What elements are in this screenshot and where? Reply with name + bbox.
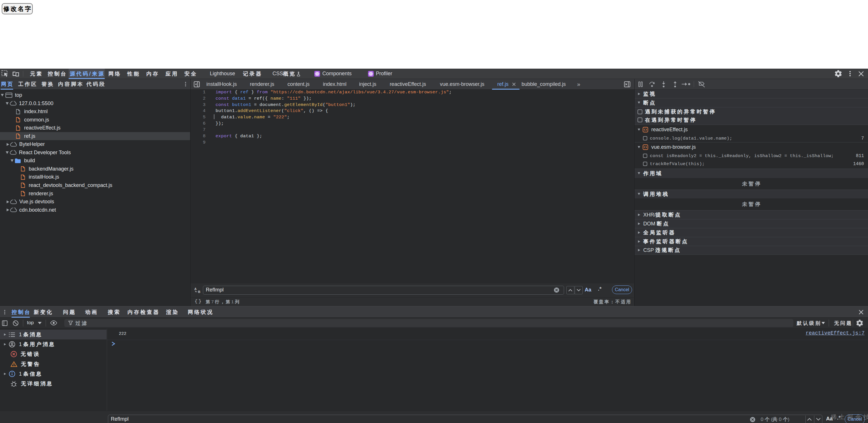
svg-text:B: B — [198, 290, 200, 294]
svg-text:A: A — [194, 287, 197, 291]
